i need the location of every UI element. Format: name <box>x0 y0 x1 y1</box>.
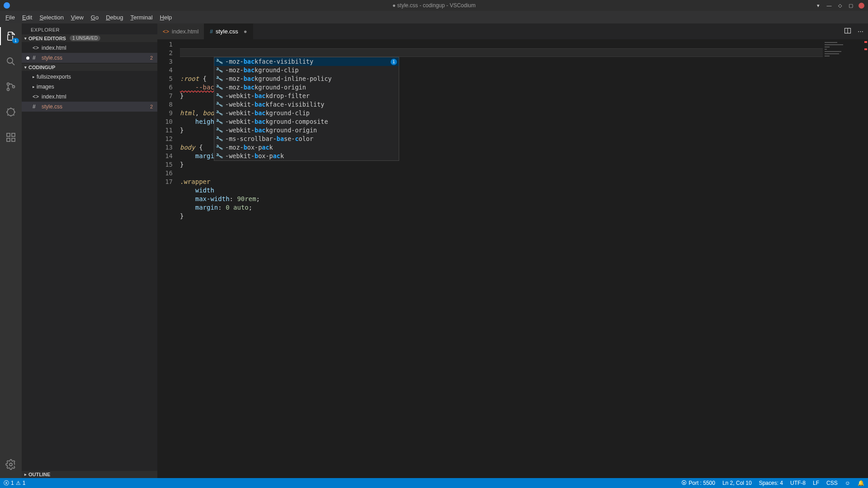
css-file-icon: # <box>33 55 39 61</box>
overview-ruler <box>863 39 868 478</box>
maximize-icon[interactable]: ▢ <box>848 2 854 9</box>
property-icon: 🔧 <box>215 108 223 118</box>
dirty-indicator-icon[interactable]: ● <box>244 28 247 35</box>
menu-help[interactable]: Help <box>156 11 176 23</box>
svg-rect-5 <box>7 133 10 136</box>
close-icon[interactable] <box>859 3 864 9</box>
suggestion-label: -webkit-box-pack <box>225 152 284 160</box>
folder-name: images <box>37 84 54 90</box>
suggestion-label: -webkit-backdrop-filter <box>225 92 310 100</box>
live-server-status[interactable]: ⦿Port : 5500 <box>681 480 715 486</box>
suggestion-item[interactable]: 🔧-webkit-backface-visibility <box>214 100 399 109</box>
property-icon: 🔧 <box>215 117 223 127</box>
error-count: 2 <box>150 104 153 109</box>
activity-bar: 1 <box>0 23 22 478</box>
restore-icon[interactable]: ◇ <box>837 2 843 9</box>
file-name: index.html <box>42 94 66 100</box>
menu-file[interactable]: File <box>2 11 19 23</box>
chevron-right-icon: ▸ <box>33 75 35 79</box>
suggestion-widget[interactable]: 🔧-moz-backface-visibilityi🔧-moz-backgrou… <box>214 57 399 161</box>
problems-status[interactable]: ⓧ1 ⚠1 <box>4 479 25 487</box>
folder-name: fullsizeexports <box>37 74 71 80</box>
open-editor-item[interactable]: # style.css 2 <box>22 53 157 63</box>
split-editor-icon[interactable] <box>844 27 851 36</box>
window-title: ● style.css - codingup - VSCodium <box>392 2 476 9</box>
svg-point-3 <box>13 86 15 88</box>
svg-rect-8 <box>12 133 15 136</box>
port-label: Port : 5500 <box>689 480 715 486</box>
code-content[interactable]: :root { --bac}html, bod heigh}body { mar… <box>180 39 823 478</box>
menu-go[interactable]: Go <box>87 11 102 23</box>
folder-item[interactable]: ▸ images <box>22 82 157 92</box>
error-count: 2 <box>150 55 153 61</box>
open-editors-label: OPEN EDITORS <box>28 36 66 41</box>
suggestion-item[interactable]: 🔧-moz-background-clip <box>214 66 399 75</box>
property-icon: 🔧 <box>215 57 223 67</box>
suggestion-label: -moz-background-clip <box>225 66 299 75</box>
encoding-status[interactable]: UTF-8 <box>790 480 806 486</box>
file-item[interactable]: <> index.html <box>22 92 157 102</box>
eol-status[interactable]: LF <box>813 480 819 486</box>
extensions-icon[interactable] <box>0 128 22 146</box>
broadcast-icon: ⦿ <box>681 480 687 486</box>
language-status[interactable]: CSS <box>826 480 838 486</box>
outline-header[interactable]: ▸ OUTLINE <box>22 471 157 478</box>
suggestion-item[interactable]: 🔧-moz-box-pack <box>214 143 399 152</box>
property-icon: 🔧 <box>215 83 223 93</box>
suggestion-item[interactable]: 🔧-moz-backface-visibilityi <box>214 57 399 66</box>
notifications-icon[interactable]: 🔔 <box>858 480 864 486</box>
tab-label: style.css <box>216 28 238 35</box>
indentation-status[interactable]: Spaces: 4 <box>759 480 783 486</box>
warning-count: 1 <box>23 480 26 486</box>
folder-header[interactable]: ▾ CODINGUP <box>22 64 157 71</box>
suggestion-item[interactable]: 🔧-moz-background-inline-policy <box>214 75 399 83</box>
unsaved-badge: 1 UNSAVED <box>70 35 100 41</box>
window-titlebar: ● style.css - codingup - VSCodium ▾ — ◇ … <box>0 0 868 11</box>
settings-gear-icon[interactable] <box>0 455 22 474</box>
suggestion-item[interactable]: 🔧-webkit-backdrop-filter <box>214 92 399 100</box>
file-name: index.html <box>42 45 66 51</box>
current-line-highlight <box>180 48 823 57</box>
tab-style-css[interactable]: # style.css ● <box>204 23 253 39</box>
sidebar-explorer: EXPLORER ▾ OPEN EDITORS 1 UNSAVED <> ind… <box>22 23 157 478</box>
open-editor-item[interactable]: <> index.html <box>22 43 157 53</box>
debug-icon[interactable] <box>0 103 22 121</box>
menubar: File Edit Selection View Go Debug Termin… <box>0 11 868 23</box>
open-editors-list: <> index.html # style.css 2 <box>22 42 157 64</box>
menu-selection[interactable]: Selection <box>36 11 67 23</box>
property-icon: 🔧 <box>215 134 223 144</box>
sidebar-title: EXPLORER <box>22 23 157 34</box>
svg-point-9 <box>9 463 12 466</box>
search-icon[interactable] <box>0 52 22 70</box>
suggestion-label: -moz-background-origin <box>225 83 306 92</box>
suggestion-item[interactable]: 🔧-ms-scrollbar-base-color <box>214 135 399 143</box>
tab-index-html[interactable]: <> index.html <box>157 23 204 39</box>
suggestion-item[interactable]: 🔧-webkit-background-composite <box>214 117 399 126</box>
info-icon[interactable]: i <box>391 59 397 65</box>
chevron-down-icon: ▾ <box>24 36 27 41</box>
open-editors-header[interactable]: ▾ OPEN EDITORS 1 UNSAVED <box>22 34 157 42</box>
svg-point-2 <box>7 89 9 91</box>
css-file-icon: # <box>33 103 39 110</box>
file-item[interactable]: # style.css 2 <box>22 102 157 112</box>
property-icon: 🔧 <box>215 91 223 101</box>
suggestion-item[interactable]: 🔧-moz-background-origin <box>214 83 399 92</box>
suggestion-item[interactable]: 🔧-webkit-box-pack <box>214 152 399 160</box>
explorer-icon[interactable]: 1 <box>0 27 22 45</box>
suggestion-item[interactable]: 🔧-webkit-background-origin <box>214 126 399 135</box>
minimap[interactable] <box>823 39 868 478</box>
feedback-icon[interactable]: ☺ <box>845 480 850 486</box>
source-control-icon[interactable] <box>0 78 22 96</box>
menu-edit[interactable]: Edit <box>19 11 36 23</box>
html-file-icon: <> <box>33 45 39 51</box>
cursor-position[interactable]: Ln 2, Col 10 <box>722 480 752 486</box>
menu-terminal[interactable]: Terminal <box>127 11 156 23</box>
more-actions-icon[interactable]: ⋯ <box>858 28 863 35</box>
menu-debug[interactable]: Debug <box>102 11 127 23</box>
editor-body[interactable]: 1234567891011121314151617 :root { --bac}… <box>157 39 868 478</box>
folder-item[interactable]: ▸ fullsizeexports <box>22 72 157 82</box>
suggestion-item[interactable]: 🔧-webkit-background-clip <box>214 109 399 117</box>
minimize-all-icon[interactable]: ▾ <box>815 2 821 9</box>
menu-view[interactable]: View <box>67 11 87 23</box>
minimize-icon[interactable]: — <box>826 2 832 9</box>
